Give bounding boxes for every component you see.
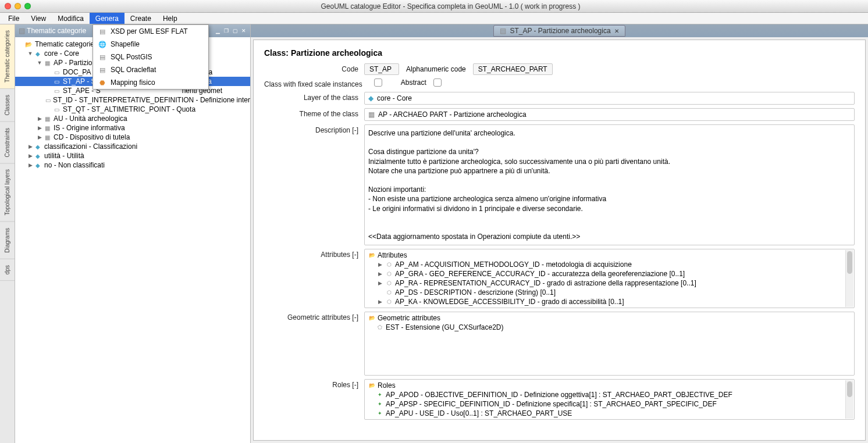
description-text[interactable]: Descrive una partizione dell'unita' arch… xyxy=(364,124,855,245)
minimize-icon[interactable]: ▁ xyxy=(214,27,222,35)
attr-icon: ⬡ xyxy=(386,270,393,277)
class-icon: ▭ xyxy=(52,105,61,113)
folder-icon: 📂 xyxy=(368,252,375,259)
role-icon: ✦ xyxy=(376,410,383,417)
menuitem-sqloracle[interactable]: ▤ SQL Oracleflat xyxy=(93,63,208,76)
tree-util[interactable]: ▶◆utilità - Utilità xyxy=(15,151,250,160)
attr-icon: ⬡ xyxy=(386,298,393,305)
layer-icon: ◆ xyxy=(368,94,373,102)
theme-icon: ▦ xyxy=(43,59,51,67)
menu-modifica[interactable]: Modifica xyxy=(52,13,90,24)
vtab-topo[interactable]: Topological layers xyxy=(0,163,15,222)
theme-icon: ▦ xyxy=(43,124,51,132)
close-icon[interactable]: ✕ xyxy=(614,28,619,34)
theme-label: Theme of the class xyxy=(264,108,364,118)
menuitem-xsd[interactable]: ▤ XSD per GML ESF FLAT xyxy=(93,25,208,38)
folder-icon: 📂 xyxy=(24,40,33,48)
close-window-icon[interactable] xyxy=(5,3,11,9)
attr-item[interactable]: ▶⬡AP_AM - ACQUISITION_METHODOLOGY_ID - m… xyxy=(365,260,854,269)
vtab-dps[interactable]: dps xyxy=(0,259,15,281)
tree-class[interactable]: ▶◆classificazioni - Classificazioni xyxy=(15,142,250,151)
class-icon: ▭ xyxy=(52,87,61,95)
tree: 📂Thematic categories ▼◆core - Core ▼▦AP … xyxy=(15,37,250,443)
layer-icon: ◆ xyxy=(34,142,42,151)
menuitem-sqlpostgis[interactable]: ▤ SQL PostGIS xyxy=(93,51,208,63)
minimize-window-icon[interactable] xyxy=(15,3,21,9)
editor-panel: ▤ ST_AP - Partizione archeologica ✕ Clas… xyxy=(251,24,868,443)
menuitem-label: Shapefile xyxy=(111,40,140,48)
scrollbar[interactable] xyxy=(845,380,853,419)
vtab-thematic[interactable]: Thematic categories xyxy=(0,24,15,89)
tree-stid[interactable]: ▭ST_ID - ST_INTERPRETATIVE_DEFINITION - … xyxy=(15,95,250,105)
roles-label: Roles [-] xyxy=(264,379,364,389)
roles-head[interactable]: 📂Roles xyxy=(365,381,854,390)
vtab-diagrams[interactable]: Diagrams xyxy=(0,222,15,259)
menu-genera[interactable]: Genera xyxy=(90,13,124,24)
abstract-checkbox[interactable] xyxy=(433,78,442,87)
menuitem-shapefile[interactable]: 🌐 Shapefile xyxy=(93,38,208,51)
menuitem-mapping[interactable]: ⬣ Mapping fisico xyxy=(93,76,208,89)
tree-stqt[interactable]: ▭ST_QT - ST_ALTIMETRIC_POINT - Quota xyxy=(15,105,250,114)
abstract-label: Abstract xyxy=(401,78,426,87)
sql-icon: ▤ xyxy=(98,52,107,62)
alpha-label: Alphanumeric code xyxy=(406,65,466,73)
panel-controls: ▁ ❐ ▢ ✕ xyxy=(214,27,248,35)
code-value: ST_AP xyxy=(364,63,399,75)
attr-icon: ⬡ xyxy=(386,289,393,296)
geom-head[interactable]: 📂Geometric attributes xyxy=(365,313,854,323)
role-item[interactable]: ✦AP_APU - USE_ID - Uso[0..1] : ST_ARCHAE… xyxy=(365,409,854,418)
vtab-classes[interactable]: Classes xyxy=(0,89,15,122)
theme-icon: ▦ xyxy=(43,133,51,141)
window-title: GeoUML catalogue Editor - Specifica comp… xyxy=(38,2,863,10)
code-label: Code xyxy=(264,63,364,73)
menu-create[interactable]: Create xyxy=(124,13,157,24)
theme-icon: ▦ xyxy=(368,110,375,119)
tree-au[interactable]: ▶▦AU - Unità archeologica xyxy=(15,114,250,123)
tree-no[interactable]: ▶◆no - Non classificati xyxy=(15,160,250,170)
layer-value[interactable]: ◆core - Core xyxy=(364,92,855,105)
editor-tab[interactable]: ▤ ST_AP - Partizione archeologica ✕ xyxy=(493,25,625,37)
folder-icon: 📂 xyxy=(368,382,375,389)
class-icon: ▭ xyxy=(52,77,61,85)
description-label: Description [-] xyxy=(264,124,364,134)
attributes-label: Attributes [-] xyxy=(264,249,364,259)
editor-tabbar: ▤ ST_AP - Partizione archeologica ✕ xyxy=(251,24,868,37)
class-title: Class: Partizione archeologica xyxy=(264,48,855,58)
attr-item[interactable]: ⬡AP_DS - DESCRIPTION - descrizione (Stri… xyxy=(365,288,854,297)
editor-content: Class: Partizione archeologica Code ST_A… xyxy=(253,40,866,441)
panel-icon: ▤ xyxy=(19,27,25,35)
menu-file[interactable]: File xyxy=(2,13,25,24)
role-item[interactable]: ✦AP_APOD - OBJECTIVE_DEFINITION_ID - Def… xyxy=(365,390,854,399)
geom-label: Geometric attributes [-] xyxy=(264,312,364,321)
tree-is[interactable]: ▶▦IS - Origine informativa xyxy=(15,123,250,133)
maximize-icon[interactable]: ▢ xyxy=(231,27,239,35)
menu-help[interactable]: Help xyxy=(157,13,183,24)
traffic-lights xyxy=(5,3,31,9)
theme-value[interactable]: ▦AP - ARCHAEO PART - Partizione archeolo… xyxy=(364,108,855,121)
close-icon[interactable]: ✕ xyxy=(240,27,248,35)
attr-item[interactable]: ▶⬡AP_GRA - GEO_REFERENCE_ACCURACY_ID - a… xyxy=(365,269,854,278)
geom-item[interactable]: ⬠EST - Estensione (GU_CXSurface2D) xyxy=(365,323,854,332)
tree-cd[interactable]: ▶▦CD - Dispositivo di tutela xyxy=(15,133,250,142)
menuitem-label: XSD per GML ESF FLAT xyxy=(111,27,188,35)
attributes-head[interactable]: 📂Attributes xyxy=(365,251,854,260)
layer-icon: ◆ xyxy=(34,161,42,169)
attributes-list: 📂Attributes ▶⬡AP_AM - ACQUISITION_METHOD… xyxy=(364,249,855,308)
restore-icon[interactable]: ❐ xyxy=(222,27,230,35)
role-item[interactable]: ✦AP_APSP - SPECIFIC_DEFINITION_ID - Defi… xyxy=(365,399,854,409)
maximize-window-icon[interactable] xyxy=(24,3,31,9)
attr-item[interactable]: ▶⬡AP_KA - KNOWLEDGE_ACCESSIBILITY_ID - g… xyxy=(365,297,854,306)
attr-item[interactable]: ▶⬡AP_RA - REPRESENTATION_ACCURACY_ID - g… xyxy=(365,278,854,288)
document-icon: ▤ xyxy=(98,27,107,36)
vtab-constraints[interactable]: Constraints xyxy=(0,122,15,164)
layer-icon: ◆ xyxy=(34,152,42,160)
fixedscale-checkbox[interactable] xyxy=(374,78,382,87)
role-icon: ✦ xyxy=(376,391,383,398)
tree-header-title: Thematic categorie xyxy=(27,27,86,35)
alpha-value: ST_ARCHAEO_PART xyxy=(473,63,553,75)
menu-view[interactable]: View xyxy=(25,13,52,24)
roles-list: 📂Roles ✦AP_APOD - OBJECTIVE_DEFINITION_I… xyxy=(364,379,855,420)
scrollbar[interactable] xyxy=(845,250,853,307)
left-tabs: Thematic categories Classes Constraints … xyxy=(0,24,15,443)
fixedscale-label: Class with fixed scale instances xyxy=(264,78,368,88)
